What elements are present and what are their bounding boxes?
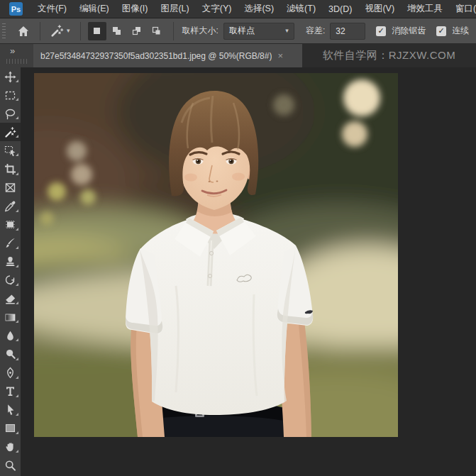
- new-selection-icon: [92, 26, 102, 36]
- intersect-selection-icon: [151, 26, 162, 36]
- frame-tool[interactable]: [0, 179, 21, 197]
- add-to-selection-icon: [111, 26, 122, 36]
- hand-icon: [4, 441, 16, 453]
- chevron-down-icon: ▾: [285, 28, 289, 34]
- eyedropper-tool[interactable]: [0, 197, 21, 216]
- selection-arrow-icon: [4, 404, 16, 416]
- pen-icon: [4, 367, 16, 379]
- menu-select[interactable]: 选择(S): [238, 0, 280, 18]
- sample-size-value: 取样点: [229, 25, 255, 37]
- rectangle-icon: [4, 422, 16, 434]
- home-icon: [17, 25, 30, 38]
- watermark-text: 软件自学网：RJZXW.COM: [302, 44, 476, 67]
- intersect-selection-button[interactable]: [148, 22, 166, 40]
- menu-edit[interactable]: 编辑(E): [73, 0, 116, 18]
- document-tab-strip: b27e5f3484732937350f5ad302351bd1.jpeg @ …: [33, 44, 476, 67]
- document-canvas[interactable]: [34, 73, 398, 437]
- menu-type[interactable]: 文字(Y): [196, 0, 238, 18]
- eraser-icon: [4, 293, 16, 305]
- eyedropper-icon: [4, 200, 16, 212]
- anti-alias-checkbox[interactable]: ✓: [376, 26, 386, 36]
- subtract-from-selection-icon: [131, 26, 142, 36]
- history-brush-tool[interactable]: [0, 271, 21, 289]
- move-icon: [4, 71, 16, 83]
- blur-tool[interactable]: [0, 326, 21, 345]
- move-tool[interactable]: [0, 67, 21, 86]
- document-tab[interactable]: b27e5f3484732937350f5ad302351bd1.jpeg @ …: [33, 44, 302, 67]
- separator: [173, 22, 174, 40]
- anti-alias-checkbox-wrap[interactable]: ✓ 消除锯齿: [376, 25, 426, 37]
- hand-tool[interactable]: [0, 438, 21, 456]
- brush-tool[interactable]: [0, 234, 21, 253]
- panel-grip[interactable]: [6, 59, 28, 64]
- selection-mode-group: [88, 22, 166, 40]
- path-selection-tool[interactable]: [0, 401, 21, 419]
- contiguous-label: 连续: [452, 25, 469, 37]
- home-button[interactable]: [14, 21, 33, 41]
- crop-icon: [4, 163, 16, 175]
- subtract-from-selection-button[interactable]: [128, 22, 146, 40]
- menu-bar: Ps 文件(F) 编辑(E) 图像(I) 图层(L) 文字(Y) 选择(S) 滤…: [0, 0, 476, 18]
- lasso-icon: [4, 108, 16, 120]
- eraser-tool[interactable]: [0, 289, 21, 308]
- frame-icon: [4, 182, 16, 194]
- magic-wand-icon: [50, 24, 64, 38]
- spot-healing-brush-tool[interactable]: [0, 216, 21, 234]
- tolerance-input[interactable]: [330, 23, 365, 40]
- clone-stamp-icon: [4, 255, 16, 267]
- menu-file[interactable]: 文件(F): [31, 0, 73, 18]
- object-selection-icon: [4, 145, 16, 157]
- history-brush-icon: [4, 275, 16, 287]
- magic-wand-icon: [4, 126, 16, 138]
- tolerance-label: 容差:: [306, 25, 325, 37]
- rectangle-tool[interactable]: [0, 419, 21, 438]
- toolbar: [0, 67, 21, 476]
- tool-options-bar: ▾ 取样大小: 取样点 ▾: [0, 18, 476, 44]
- menu-window[interactable]: 窗口(W): [449, 0, 476, 18]
- document-image: [34, 73, 398, 437]
- object-selection-tool[interactable]: [0, 141, 21, 160]
- menu-filter[interactable]: 滤镜(T): [280, 0, 322, 18]
- menu-view[interactable]: 视图(V): [358, 0, 401, 18]
- photoshop-logo: Ps: [9, 2, 23, 16]
- rectangular-marquee-tool[interactable]: [0, 86, 21, 104]
- chevron-down-icon: ▾: [67, 28, 70, 34]
- dodge-icon: [4, 348, 16, 360]
- pen-tool[interactable]: [0, 364, 21, 382]
- menu-3d[interactable]: 3D(D): [322, 0, 358, 18]
- dodge-tool[interactable]: [0, 345, 21, 363]
- document-tab-title: b27e5f3484732937350f5ad302351bd1.jpeg @ …: [40, 51, 272, 61]
- gradient-icon: [4, 311, 16, 323]
- healing-patch-icon: [4, 218, 16, 231]
- sample-size-dropdown[interactable]: 取样点 ▾: [223, 23, 294, 40]
- new-selection-button[interactable]: [88, 22, 106, 40]
- options-bar-grip[interactable]: [2, 23, 6, 39]
- collapse-panel-chevrons[interactable]: »: [10, 45, 14, 56]
- separator: [80, 22, 81, 40]
- magic-wand-tool[interactable]: [0, 123, 21, 141]
- menu-plugins[interactable]: 增效工具: [401, 0, 449, 18]
- tools-panel-header: »: [0, 44, 33, 67]
- blur-drop-icon: [4, 330, 16, 342]
- add-to-selection-button[interactable]: [108, 22, 126, 40]
- contiguous-checkbox-wrap[interactable]: ✓ 连续: [436, 25, 469, 37]
- menu-image[interactable]: 图像(I): [116, 0, 155, 18]
- contiguous-checkbox[interactable]: ✓: [436, 26, 446, 36]
- separator: [40, 22, 40, 40]
- zoom-tool[interactable]: [0, 456, 21, 475]
- anti-alias-label: 消除锯齿: [392, 25, 426, 37]
- lasso-tool[interactable]: [0, 104, 21, 123]
- tool-preset-wand-button[interactable]: ▾: [48, 21, 73, 41]
- marquee-icon: [4, 89, 16, 101]
- sample-size-label: 取样大小:: [182, 25, 218, 37]
- clone-stamp-tool[interactable]: [0, 253, 21, 271]
- close-tab-icon[interactable]: ×: [277, 50, 283, 61]
- menu-layer[interactable]: 图层(L): [154, 0, 195, 18]
- type-icon: [4, 385, 16, 397]
- brush-icon: [4, 237, 16, 249]
- gradient-tool[interactable]: [0, 308, 21, 326]
- crop-tool[interactable]: [0, 160, 21, 178]
- zoom-icon: [4, 460, 16, 472]
- type-tool[interactable]: [0, 382, 21, 401]
